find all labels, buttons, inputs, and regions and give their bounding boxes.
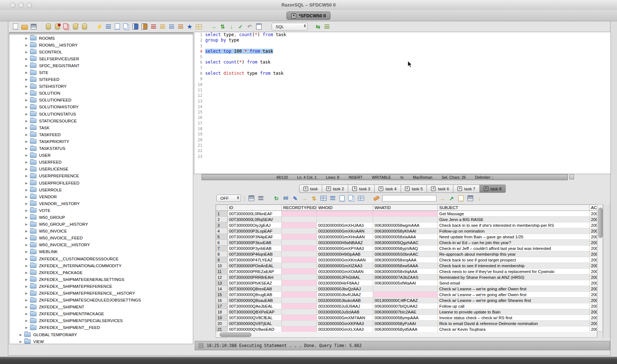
editor-line[interactable]: 9 — [194, 76, 610, 82]
cell-recordtypeid[interactable] — [282, 263, 317, 269]
tree-item-global-temporary[interactable]: ▶GLOBAL TEMPORARY — [9, 331, 193, 338]
cell-whatid[interactable]: 006300000058x9qAAA — [373, 269, 438, 274]
cell-whatid[interactable]: 006300000058yd5AAA — [373, 326, 438, 332]
reload-table-icon[interactable] — [320, 195, 327, 202]
cell-ac[interactable]: 2006 — [590, 280, 597, 286]
disclosure-triangle-icon[interactable]: ▶ — [25, 119, 30, 123]
disclosure-triangle-icon[interactable]: ▶ — [25, 312, 30, 316]
disclosure-triangle-icon[interactable]: ▶ — [25, 71, 30, 74]
disclosure-triangle-icon[interactable]: ▶ — [25, 181, 30, 185]
disclosure-triangle-icon[interactable]: ▶ — [20, 333, 24, 337]
cell-whatid[interactable] — [373, 286, 438, 292]
cell-whoid[interactable]: 0033000000H9aNBAAZ — [317, 240, 373, 246]
table-row[interactable]: 800T3000000P46qnEAB0033000000H9i0pAAB006… — [216, 251, 597, 257]
results-horizontal-scrollbar[interactable] — [216, 332, 597, 338]
disclosure-triangle-icon[interactable]: ▶ — [25, 167, 30, 171]
results-tab-task-2[interactable]: task 2 — [322, 185, 349, 193]
tree-item-w50-group-history[interactable]: ▶W50_GROUP__HISTORY — [9, 221, 193, 228]
table-row[interactable]: 1100T3000000PREZaEAP0033000000GmXOiAAN00… — [216, 269, 597, 274]
tree-item-weblink[interactable]: ▶WEBLINK — [9, 248, 193, 255]
tree-item-solutionhistory[interactable]: ▶SOLUTIONHISTORY — [9, 104, 193, 110]
disclosure-triangle-icon[interactable]: ▶ — [25, 216, 30, 219]
cell-ac[interactable]: 2006 — [590, 326, 597, 332]
disclosure-triangle-icon[interactable]: ▶ — [25, 188, 30, 192]
disclosure-triangle-icon[interactable]: ▶ — [25, 298, 30, 302]
cell-whatid[interactable]: 006300000058yKhAAI — [373, 228, 438, 234]
disclosure-triangle-icon[interactable]: ▶ — [25, 133, 30, 136]
disclosure-triangle-icon[interactable]: ▶ — [25, 319, 30, 322]
tree-item-site[interactable]: ▶SITE — [9, 69, 193, 76]
cell-subject[interactable]: Re-approach about membership this year — [438, 251, 590, 257]
disclosure-triangle-icon[interactable]: ▶ — [25, 278, 30, 281]
disclosure-triangle-icon[interactable]: ▶ — [25, 271, 30, 274]
cell-whatid[interactable]: 00630000005xfWaAAI — [373, 280, 438, 286]
cell-id[interactable]: 00T3000000QV8CfEAL — [228, 315, 282, 321]
disclosure-triangle-icon[interactable]: ▶ — [25, 326, 30, 329]
table-row[interactable]: 1000T3000000POeAnEAL0033000000GmXIZAA300… — [216, 263, 597, 269]
close-tab-icon[interactable] — [457, 186, 462, 191]
execute-sql-icon[interactable]: ⚡ — [96, 23, 103, 30]
cell-subject[interactable]: Send email — [438, 280, 590, 286]
cell-recordtypeid[interactable] — [282, 246, 317, 251]
cell-id[interactable]: 00T3000000P47LYEAZ — [228, 257, 282, 263]
open-file-icon[interactable] — [21, 23, 28, 30]
cell-whatid[interactable]: 00630000007bIQUAA2 — [373, 303, 438, 309]
copy-results-icon[interactable] — [348, 195, 355, 202]
close-tab-icon[interactable] — [379, 186, 383, 191]
cell-ac[interactable]: 2006 — [590, 234, 597, 240]
cell-subject[interactable]: Follow up call — [438, 303, 590, 309]
export-results-icon[interactable]: ↗ — [448, 195, 455, 202]
results-table[interactable]: IDRECORDTYPEIDWHOIDWHATIDSUBJECTAC 100T3… — [216, 204, 597, 338]
cell-recordtypeid[interactable] — [282, 298, 317, 303]
tree-item-zkfedex-shipmatepreference[interactable]: ▶ZKFEDEX__SHIPMATEPREFERENCE — [9, 283, 193, 290]
cell-whoid[interactable]: 0033000000GmXKnAAN — [317, 228, 373, 234]
view-log-icon[interactable] — [255, 23, 262, 30]
table-row[interactable]: 900T3000000P47LYEAZ0033000000GmXKmAAN006… — [216, 257, 597, 263]
cell-whoid[interactable]: 0033000000JbukoAAB — [317, 298, 373, 303]
cell-whatid[interactable]: 006300000058xlaAAA — [373, 234, 438, 240]
editor-line[interactable]: 23 — [194, 154, 610, 159]
save-all-results-icon[interactable] — [467, 195, 474, 202]
view-row-glasses-icon[interactable]: 66 — [282, 195, 289, 202]
cell-subject[interactable]: Check nexis to see if they've found a re… — [438, 269, 590, 274]
disclosure-triangle-icon[interactable]: ▶ — [25, 140, 30, 143]
table-row[interactable]: 1500T3000000Q8rugEAB0033000000JbvRJAAZCh… — [216, 292, 597, 298]
tree-item-zkfedex-shipmategeneralsettings[interactable]: ▶ZKFEDEX__SHIPMATEGENERALSETTINGS — [9, 276, 193, 283]
table-row[interactable]: 600T3000000P3tuvEAB0033000000H9aNBAAZ006… — [216, 240, 597, 246]
indent-sql-icon[interactable] — [177, 23, 184, 30]
editor-line[interactable]: 11 — [194, 87, 610, 93]
cell-ac[interactable]: 2006 — [590, 263, 597, 269]
cell-whatid[interactable] — [373, 211, 438, 217]
disclosure-triangle-icon[interactable]: ▶ — [25, 202, 30, 205]
cell-whoid[interactable]: 0033000000GmXPYAA3 — [317, 246, 373, 251]
disclosure-triangle-icon[interactable]: ▶ — [25, 160, 30, 164]
disclosure-triangle-icon[interactable]: ▶ — [25, 264, 30, 268]
tree-item-w50-invoice-history[interactable]: ▶W50_INVOICE__HISTORY — [9, 242, 193, 248]
tree-item-userpreference[interactable]: ▶USERPREFERENCE — [9, 173, 193, 179]
editor-line[interactable]: 18 — [194, 126, 610, 131]
cell-subject[interactable]: Rick to email David & reference Delmonte… — [438, 321, 590, 326]
save-file-icon[interactable] — [30, 23, 37, 30]
cell-recordtypeid[interactable] — [282, 217, 317, 222]
cell-subject[interactable]: Give Jenn a BIG RAISE — [438, 217, 590, 222]
cell-ac[interactable]: 2006 — [590, 251, 597, 257]
editor-line[interactable]: 17 — [194, 121, 610, 126]
cell-subject[interactable]: Check-in w/ Ed – can he join this year? — [438, 240, 590, 246]
tree-item-userprofilefeed[interactable]: ▶USERPROFILEFEED — [9, 179, 193, 186]
disclosure-triangle-icon[interactable]: ▶ — [25, 229, 30, 233]
cell-id[interactable]: 00T3000000QV8TjEAL — [228, 321, 282, 326]
filter-results-icon[interactable] — [257, 195, 264, 202]
copy-with-headers-icon[interactable] — [357, 195, 364, 202]
cell-subject[interactable]: Follow-up on nomination — [438, 228, 590, 234]
close-connections-icon[interactable] — [63, 23, 70, 30]
cell-subject[interactable]: Get Massage — [438, 211, 590, 217]
cell-ac[interactable]: 2006 — [590, 246, 597, 251]
close-tab-icon[interactable] — [405, 186, 410, 191]
cell-recordtypeid[interactable] — [282, 234, 317, 240]
cell-recordtypeid[interactable] — [282, 326, 317, 332]
cell-recordtypeid[interactable] — [282, 286, 317, 292]
tree-item-userrole[interactable]: ▶USERROLE — [9, 186, 193, 193]
cell-ac[interactable]: 2006 — [590, 240, 597, 246]
cell-whoid[interactable]: 0033000000GmXIZAA3 — [317, 263, 373, 269]
cell-whoid[interactable]: 0033000000GmXOiAAN — [317, 269, 373, 274]
